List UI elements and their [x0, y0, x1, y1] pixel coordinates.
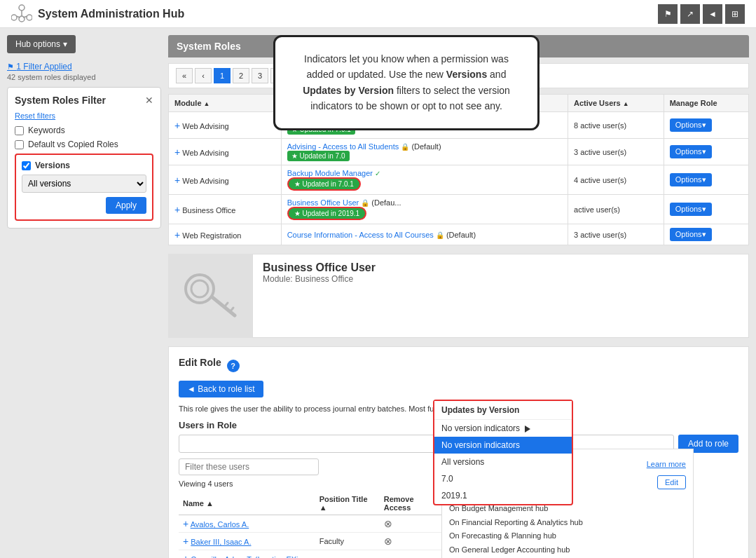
versions-text: Versions [35, 161, 70, 170]
page-first-button[interactable]: « [176, 68, 193, 83]
svg-point-1 [11, 15, 17, 20]
active-users-cell: 8 active user(s) [568, 112, 664, 139]
learn-more-link[interactable]: Learn more [647, 460, 686, 468]
key-icon [182, 268, 238, 324]
filter-close-button[interactable]: ✕ [145, 95, 153, 106]
options-button[interactable]: Options▾ [670, 118, 712, 132]
user-name-link[interactable]: Campillo, Adam T. (Inactive EXi user) [183, 555, 298, 558]
user-name-cell: + Avalos, Carlos A. [179, 515, 315, 533]
bou-module: Module: Business Office [263, 274, 738, 284]
version-badge: ★ Updated in 7.0 [287, 151, 350, 161]
logo-area: System Administration Hub [11, 4, 184, 25]
svg-point-2 [27, 15, 32, 20]
options-button[interactable]: Options▾ [670, 203, 712, 216]
info-icon: ? [227, 360, 240, 372]
hub-options-chevron: ▾ [63, 39, 67, 49]
add-row-icon[interactable]: + [174, 229, 180, 240]
table-row: + Business Office Business Office User 🔒… [169, 195, 749, 224]
role-cell: Business Office User 🔒 (Defau... ★ Updat… [281, 195, 568, 224]
options-button[interactable]: Options▾ [670, 145, 712, 158]
versions-checkbox[interactable] [22, 161, 31, 170]
lock-icon: 🔒 [401, 143, 409, 151]
dropdown-item-all-versions[interactable]: All versions [434, 454, 572, 470]
svg-line-11 [230, 308, 233, 312]
dropdown-cursor-icon [525, 426, 530, 433]
manage-role-cell: Options▾ [664, 165, 748, 195]
page-1-button[interactable]: 1 [214, 68, 231, 83]
module-cell: + Web Advising [169, 112, 282, 139]
share-button[interactable]: ◄ [703, 4, 722, 24]
remove-access-icon[interactable]: ⊗ [384, 518, 392, 529]
add-user-icon[interactable]: + [183, 536, 188, 547]
add-row-icon[interactable]: + [174, 120, 180, 131]
bou-module-value: Business Office [295, 274, 353, 284]
col-manage-role: Manage Role [664, 95, 748, 112]
options-button[interactable]: Options▾ [670, 173, 712, 186]
add-row-icon[interactable]: + [174, 175, 180, 186]
bou-module-label: Module: [263, 274, 293, 284]
col-name: Name ▲ [179, 492, 315, 515]
updates-dropdown-title: Updates by Version [434, 401, 572, 420]
active-users-cell: 3 active user(s) [568, 224, 664, 245]
module-cell: + Web Advising [169, 165, 282, 195]
check-icon: ✓ [375, 170, 380, 177]
role-default-badge: (Default) [446, 231, 476, 239]
keywords-filter: Keywords [15, 125, 153, 135]
version-badge-red-highlight: ★ Updated in 2019.1 [287, 207, 367, 220]
dropdown-item-70[interactable]: 7.0 [434, 470, 572, 487]
user-name-link[interactable]: Avalos, Carlos A. [191, 520, 249, 529]
apply-button[interactable]: Apply [106, 197, 146, 214]
dropdown-item-2019[interactable]: 2019.1 [434, 487, 572, 504]
filter-count-text: 42 system roles displayed [7, 73, 161, 81]
svg-line-10 [224, 303, 228, 307]
role-cell: Advising - Access to All Students 🔒 (Def… [281, 139, 568, 165]
page-prev-button[interactable]: ‹ [195, 68, 212, 83]
remove-cell: ⊗ [380, 550, 445, 559]
remove-cell: ⊗ [380, 515, 445, 533]
role-name-link[interactable]: Course Information - Access to All Cours… [287, 231, 434, 239]
add-user-icon[interactable]: + [183, 553, 188, 558]
page-3-button[interactable]: 3 [252, 68, 268, 83]
keywords-checkbox[interactable] [15, 126, 24, 135]
role-default-badge: (Defau... [371, 198, 401, 207]
add-row-icon[interactable]: + [174, 204, 180, 215]
keywords-label: Keywords [28, 125, 65, 135]
manage-role-cell: Options▾ [664, 112, 748, 139]
col-active-users: Active Users ▲ [568, 95, 664, 112]
lock-icon: 🔒 [436, 231, 444, 239]
app-header: System Administration Hub ⚑ ↗ ◄ ⊞ [0, 0, 756, 28]
svg-point-8 [191, 280, 208, 297]
remove-cell: ⊗ [380, 533, 445, 550]
table-row: + Web Registration Course Information - … [169, 224, 749, 245]
user-name-cell: + Campillo, Adam T. (Inactive EXi user) [179, 550, 315, 559]
add-user-icon[interactable]: + [183, 518, 188, 529]
active-users-cell: active user(s) [568, 195, 664, 224]
back-to-role-list-button[interactable]: ◄ Back to role list [179, 381, 263, 397]
dropdown-item-no-version-1[interactable]: No version indicators [434, 420, 572, 437]
external-link-button[interactable]: ↗ [680, 4, 700, 24]
hub-options-button[interactable]: Hub options ▾ [7, 35, 76, 53]
dropdown-item-no-version-2[interactable]: No version indicators [434, 437, 572, 454]
version-badge-highlighted: ★ Updated in 7.0.1 [287, 177, 361, 191]
module-cell: + Web Registration [169, 224, 282, 245]
reset-filters-link[interactable]: Reset filters [15, 111, 153, 120]
user-name-link[interactable]: Baker III, Isaac A. [191, 538, 251, 546]
filter-applied-link[interactable]: ⚑ 1 Filter Applied [7, 62, 161, 72]
table-row: + Web Advising Advising - Access to All … [169, 139, 749, 165]
versions-select[interactable]: All versions 7.0 2019.1 [22, 175, 146, 193]
active-users-cell: 4 active user(s) [568, 165, 664, 195]
role-name-link[interactable]: Backup Module Manager [287, 169, 373, 177]
finance-edit-button[interactable]: Edit [657, 475, 686, 489]
bookmark-button[interactable]: ⚑ [658, 4, 678, 24]
remove-access-icon[interactable]: ⊗ [384, 536, 392, 547]
list-item: + Avalos, Carlos A. ⊗ [179, 515, 445, 533]
page-2-button[interactable]: 2 [233, 68, 249, 83]
options-button[interactable]: Options▾ [670, 228, 712, 241]
default-vs-copied-label: Default vs Copied Roles [28, 140, 118, 149]
role-name-link[interactable]: Advising - Access to All Students [287, 142, 399, 151]
default-vs-copied-checkbox[interactable] [15, 140, 24, 149]
role-name-link[interactable]: Business Office User [287, 198, 359, 207]
expand-button[interactable]: ⊞ [725, 4, 745, 24]
filter-users-input[interactable] [179, 458, 319, 475]
add-row-icon[interactable]: + [174, 147, 180, 158]
